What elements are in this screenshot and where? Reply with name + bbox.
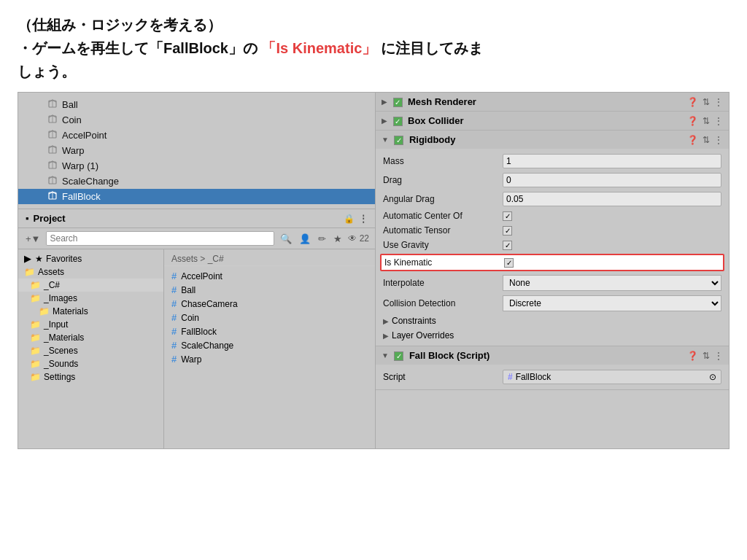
- hierarchy-item-coin[interactable]: Coin: [18, 112, 375, 128]
- add-button[interactable]: +▼: [24, 233, 42, 244]
- hierarchy-item-label: AccelPoint: [62, 130, 107, 141]
- section-checkbox[interactable]: ✓: [393, 98, 403, 107]
- target-icon[interactable]: ⊙: [709, 372, 716, 382]
- field-checkbox[interactable]: ✓: [503, 211, 512, 221]
- project-title: Project: [34, 213, 66, 224]
- ui-panel: BallCoinAccelPointWarpWarp (1)ScaleChang…: [18, 92, 729, 449]
- cube-icon: [47, 129, 58, 141]
- subsection-layer-overrides[interactable]: ▶Layer Overrides: [376, 328, 729, 343]
- section-header-rigidbody[interactable]: ▼ ✓ Rigidbody ❓ ⇅ ⋮: [376, 131, 729, 149]
- section-checkbox[interactable]: ✓: [394, 351, 403, 361]
- field-label: Automatic Tensor: [383, 225, 500, 236]
- settings-icon[interactable]: ⇅: [703, 351, 710, 361]
- asset-item-warp[interactable]: #Warp: [164, 352, 375, 366]
- tree-item-settings[interactable]: 📁 Settings: [18, 370, 163, 384]
- more-icon[interactable]: ⋮: [714, 351, 723, 361]
- search-input[interactable]: [46, 231, 274, 246]
- tree-item-_input[interactable]: 📁 _Input: [18, 318, 163, 331]
- inspector-section-box-collider: ▶ ✓ Box Collider ❓ ⇅ ⋮: [376, 112, 729, 131]
- field-checkbox[interactable]: ✓: [503, 241, 512, 250]
- project-section: ▪ Project 🔒 ⋮ +▼ 🔍 👤 ✏ ★ 👁 22 ▶ ★ Favori…: [18, 209, 375, 448]
- hierarchy-item-scalechange[interactable]: ScaleChange: [18, 174, 375, 189]
- field-collision-detection: Collision DetectionDiscrete: [376, 293, 729, 314]
- field-input[interactable]: [503, 173, 721, 187]
- section-icon-box-collider: ✓: [392, 115, 403, 126]
- tree-item-_scenes[interactable]: 📁 _Scenes: [18, 344, 163, 357]
- field-label: Interpolate: [383, 278, 500, 288]
- inspector-section-mesh-renderer: ▶ ✓ Mesh Renderer ❓ ⇅ ⋮: [376, 93, 729, 112]
- tree-item-materials[interactable]: 📁 Materials: [18, 305, 163, 318]
- hierarchy-item-warp-(1)[interactable]: Warp (1): [18, 158, 375, 174]
- tree-item-_c#[interactable]: 📁 _C#: [18, 279, 163, 292]
- tree-item-_sounds[interactable]: 📁 _Sounds: [18, 357, 163, 370]
- bookmark-icon[interactable]: ★: [332, 233, 344, 244]
- more-icon[interactable]: ⋮: [714, 135, 723, 145]
- header-line2-post: に注目してみま: [376, 40, 483, 56]
- asset-item-coin[interactable]: #Coin: [164, 311, 375, 324]
- subsection-label: Constraints: [392, 316, 436, 326]
- settings-icon[interactable]: ⇅: [703, 116, 710, 126]
- hierarchy-item-warp[interactable]: Warp: [18, 143, 375, 158]
- header-line2-pre: ・ゲームを再生して「FallBlock」の: [18, 40, 261, 56]
- hierarchy-item-fallblock[interactable]: FallBlock: [18, 189, 375, 204]
- field-input[interactable]: [503, 192, 721, 206]
- field-checkbox[interactable]: ✓: [504, 258, 514, 268]
- field-label: Mass: [383, 156, 500, 166]
- help-icon[interactable]: ❓: [687, 135, 698, 145]
- field-use-gravity: Use Gravity✓: [376, 238, 729, 252]
- field-label: Drag: [383, 175, 500, 185]
- tree-item-assets[interactable]: 📁 Assets: [18, 265, 163, 279]
- cube-icon: [47, 144, 58, 157]
- hierarchy-item-label: Warp: [62, 145, 85, 156]
- more-icon[interactable]: ⋮: [714, 116, 723, 126]
- section-header-box-collider[interactable]: ▶ ✓ Box Collider ❓ ⇅ ⋮: [376, 112, 729, 130]
- help-icon[interactable]: ❓: [687, 116, 698, 126]
- search-icon-btn[interactable]: 🔍: [279, 233, 293, 244]
- settings-icon[interactable]: ⇅: [703, 135, 710, 145]
- hierarchy-item-label: Coin: [62, 114, 82, 125]
- tree-item-favorites[interactable]: ▶ ★ Favorites: [18, 252, 163, 265]
- section-checkbox[interactable]: ✓: [393, 117, 403, 126]
- settings-icon[interactable]: ⇅: [703, 97, 710, 107]
- subsection-constraints[interactable]: ▶Constraints: [376, 314, 729, 328]
- hierarchy-item-label: Ball: [62, 99, 78, 110]
- asset-item-fallblock[interactable]: #FallBlock: [164, 324, 375, 338]
- asset-item-chasecamera[interactable]: #ChaseCamera: [164, 297, 375, 311]
- field-select[interactable]: Discrete: [503, 295, 721, 311]
- people-icon[interactable]: 👤: [298, 233, 312, 244]
- pencil-icon[interactable]: ✏: [317, 233, 328, 244]
- asset-item-scalechange[interactable]: #ScaleChange: [164, 338, 375, 352]
- tree-item-_materials[interactable]: 📁 _Materials: [18, 331, 163, 344]
- field-label: Automatic Center Of: [383, 211, 500, 221]
- project-content: ▶ ★ Favorites📁 Assets📁 _C#📁 _Images📁 Mat…: [18, 249, 375, 448]
- section-header-mesh-renderer[interactable]: ▶ ✓ Mesh Renderer ❓ ⇅ ⋮: [376, 93, 729, 111]
- field-script: Script#FallBlock⊙: [376, 368, 729, 386]
- section-arrow: ▶: [382, 98, 387, 106]
- folder-icon: ▪: [26, 213, 29, 224]
- more-icon[interactable]: ⋮: [714, 97, 723, 107]
- project-assets: Assets > _C# #AccelPoint#Ball#ChaseCamer…: [164, 249, 375, 448]
- help-icon[interactable]: ❓: [687, 351, 698, 361]
- tree-item-_images[interactable]: 📁 _Images: [18, 292, 163, 305]
- hierarchy-item-ball[interactable]: Ball: [18, 97, 375, 112]
- section-checkbox[interactable]: ✓: [394, 136, 403, 145]
- asset-item-ball[interactable]: #Ball: [164, 283, 375, 297]
- asset-label: FallBlock: [181, 327, 217, 337]
- section-title-rigidbody: Rigidbody: [409, 134, 683, 145]
- cube-icon: [47, 175, 58, 187]
- hash-icon: #: [171, 271, 177, 281]
- section-header-fall-block-script[interactable]: ▼ ✓ Fall Block (Script) ❓ ⇅ ⋮: [376, 346, 729, 365]
- field-checkbox[interactable]: ✓: [503, 226, 512, 236]
- header-line2: ・ゲームを再生して「FallBlock」の 「Is Kinematic」 に注目…: [18, 36, 729, 60]
- header-line3: しょう。: [18, 60, 729, 83]
- asset-item-accelpoint[interactable]: #AccelPoint: [164, 269, 375, 283]
- hierarchy-item-accelpoint[interactable]: AccelPoint: [18, 128, 375, 143]
- menu-icon: ⋮: [359, 214, 368, 224]
- cube-icon: [47, 190, 58, 203]
- header-area: （仕組み・ロジックを考える） ・ゲームを再生して「FallBlock」の 「Is…: [0, 0, 747, 92]
- field-input[interactable]: [503, 154, 721, 168]
- hash-icon: #: [171, 312, 177, 323]
- help-icon[interactable]: ❓: [687, 97, 698, 107]
- section-icon-fall-block-script: ✓: [393, 350, 405, 361]
- field-select[interactable]: None: [503, 275, 721, 291]
